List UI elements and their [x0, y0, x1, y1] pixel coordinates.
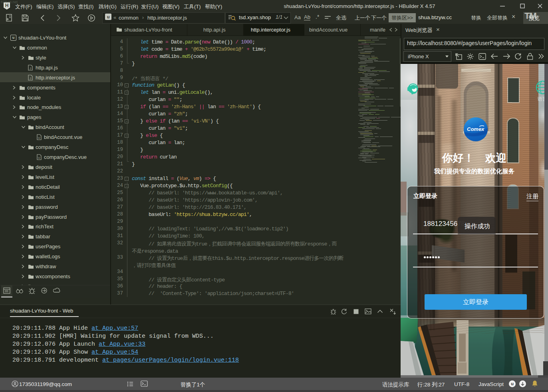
svg-text:V: V [38, 156, 40, 160]
svg-text:Comex: Comex [467, 126, 484, 132]
svg-text:J: J [30, 67, 31, 70]
svg-text:J: J [30, 77, 31, 80]
svg-text:V: V [38, 136, 40, 140]
